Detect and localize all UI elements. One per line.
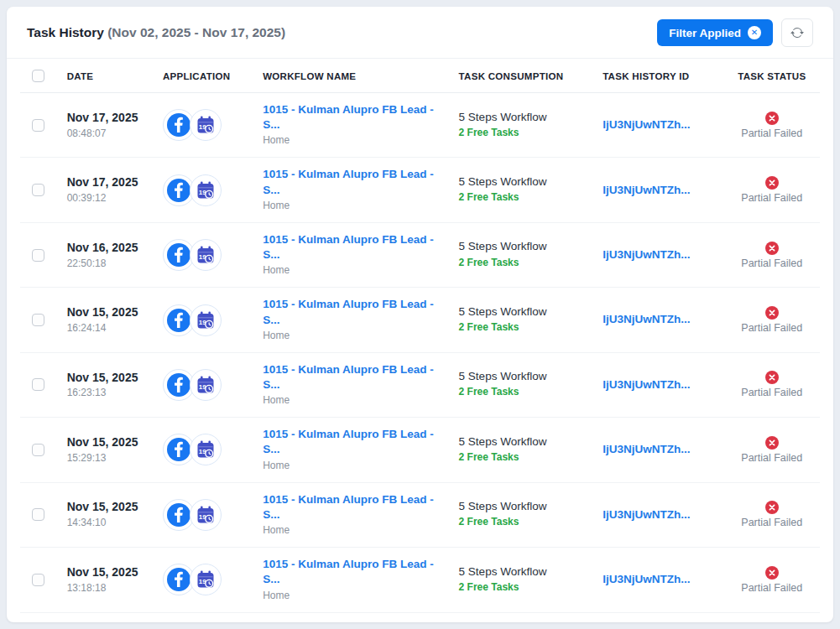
workflow-name-link[interactable]: 1015 - Kulman Alupro FB Lead - S... bbox=[263, 167, 445, 197]
calendar-icon: 19 bbox=[190, 304, 222, 336]
application-icons: 19 bbox=[163, 564, 249, 595]
task-consumption: 5 Steps Workflow bbox=[459, 239, 590, 254]
task-consumption: 5 Steps Workflow bbox=[459, 110, 590, 125]
filter-applied-button[interactable]: Filter Applied ✕ bbox=[657, 19, 773, 46]
row-checkbox[interactable] bbox=[32, 249, 44, 262]
row-checkbox[interactable] bbox=[32, 314, 44, 326]
calendar-icon: 19 bbox=[190, 564, 222, 595]
date-range-label: (Nov 02, 2025 - Nov 17, 2025) bbox=[107, 25, 285, 39]
task-history-id-link[interactable]: IjU3NjUwNTZh... bbox=[603, 312, 717, 327]
calendar-icon: 19 bbox=[190, 499, 222, 531]
free-tasks-label: 2 Free Tasks bbox=[459, 320, 590, 335]
application-icons: 19 bbox=[163, 174, 249, 206]
task-consumption: 5 Steps Workflow bbox=[459, 564, 590, 580]
task-status: Partial Failed bbox=[731, 112, 813, 139]
failed-status-icon bbox=[765, 176, 779, 190]
row-checkbox[interactable] bbox=[32, 184, 44, 196]
column-header-application: APPLICATION bbox=[156, 59, 256, 93]
table-row: Nov 15, 2025 15:29:13 bbox=[20, 418, 820, 482]
table-body: Nov 17, 2025 08:48:07 bbox=[20, 93, 820, 623]
row-checkbox[interactable] bbox=[32, 508, 44, 521]
task-consumption: 5 Steps Workflow bbox=[459, 434, 590, 450]
workflow-name-link[interactable]: 1015 - Kulman Alupro FB Lead - S... bbox=[263, 102, 445, 133]
page-title-text: Task History bbox=[27, 25, 104, 39]
row-checkbox[interactable] bbox=[32, 378, 44, 391]
status-label: Partial Failed bbox=[741, 517, 802, 528]
status-label: Partial Failed bbox=[741, 322, 802, 334]
table-row: Nov 15, 2025 12:36:34 bbox=[20, 612, 820, 622]
workflow-folder: Home bbox=[263, 588, 445, 603]
row-time: 16:24:14 bbox=[67, 320, 149, 335]
failed-status-icon bbox=[765, 566, 779, 580]
workflow-name-link[interactable]: 1015 - Kulman Alupro FB Lead - S... bbox=[263, 622, 445, 623]
task-status: Partial Failed bbox=[731, 176, 813, 204]
select-all-checkbox[interactable] bbox=[32, 70, 44, 82]
row-checkbox[interactable] bbox=[32, 119, 44, 132]
column-header-task-status: TASK STATUS bbox=[724, 59, 820, 93]
failed-status-icon bbox=[765, 501, 779, 514]
application-icons: 19 bbox=[163, 304, 249, 336]
workflow-folder: Home bbox=[263, 263, 445, 278]
calendar-icon: 19 bbox=[190, 434, 222, 465]
calendar-icon: 19 bbox=[190, 109, 222, 141]
calendar-icon: 19 bbox=[190, 174, 222, 206]
header-actions: Filter Applied ✕ bbox=[657, 18, 813, 47]
workflow-folder: Home bbox=[263, 392, 445, 408]
clear-filter-icon[interactable]: ✕ bbox=[748, 26, 761, 39]
row-date: Nov 15, 2025 bbox=[67, 499, 149, 515]
row-date: Nov 16, 2025 bbox=[67, 240, 149, 256]
column-header-workflow-name: WORKFLOW NAME bbox=[256, 59, 451, 93]
row-time: 13:18:18 bbox=[67, 580, 149, 595]
task-consumption: 5 Steps Workflow bbox=[459, 499, 590, 514]
workflow-folder: Home bbox=[263, 198, 445, 213]
refresh-button[interactable] bbox=[781, 18, 813, 47]
row-time: 00:39:12 bbox=[67, 190, 149, 205]
task-history-id-link[interactable]: IjU3NjUwNTZh... bbox=[603, 572, 717, 587]
row-time: 14:34:10 bbox=[67, 515, 149, 530]
task-history-id-link[interactable]: IjU3NjUwNTZh... bbox=[603, 442, 717, 457]
failed-status-icon bbox=[765, 242, 779, 255]
task-history-id-link[interactable]: IjU3NjUwNTZh... bbox=[603, 377, 717, 392]
workflow-name-link[interactable]: 1015 - Kulman Alupro FB Lead - S... bbox=[263, 557, 445, 587]
row-time: 22:50:18 bbox=[67, 256, 149, 271]
workflow-name-link[interactable]: 1015 - Kulman Alupro FB Lead - S... bbox=[263, 362, 445, 392]
application-icons: 19 bbox=[163, 434, 249, 465]
column-header-date: DATE bbox=[60, 59, 156, 93]
workflow-name-link[interactable]: 1015 - Kulman Alupro FB Lead - S... bbox=[263, 297, 445, 327]
task-status: Partial Failed bbox=[731, 306, 813, 334]
task-history-card: Task History (Nov 02, 2025 - Nov 17, 202… bbox=[7, 7, 833, 622]
workflow-name-link[interactable]: 1015 - Kulman Alupro FB Lead - S... bbox=[263, 492, 445, 522]
row-checkbox[interactable] bbox=[32, 574, 44, 586]
task-history-id-link[interactable]: IjU3NjUwNTZh... bbox=[603, 117, 717, 133]
table-row: Nov 16, 2025 22:50:18 bbox=[20, 222, 820, 287]
free-tasks-label: 2 Free Tasks bbox=[459, 384, 590, 400]
task-history-id-link[interactable]: IjU3NjUwNTZh... bbox=[603, 183, 717, 198]
task-history-id-link[interactable]: IjU3NjUwNTZh... bbox=[603, 247, 717, 263]
table-row: Nov 15, 2025 13:18:18 bbox=[20, 548, 820, 612]
task-history-table: DATE APPLICATION WORKFLOW NAME TASK CONS… bbox=[20, 59, 820, 622]
card-header: Task History (Nov 02, 2025 - Nov 17, 202… bbox=[7, 7, 833, 59]
table-row: Nov 15, 2025 16:24:14 bbox=[20, 288, 820, 352]
table-row: Nov 17, 2025 08:48:07 bbox=[20, 93, 820, 158]
free-tasks-label: 2 Free Tasks bbox=[459, 514, 590, 530]
table-header-row: DATE APPLICATION WORKFLOW NAME TASK CONS… bbox=[20, 59, 820, 93]
row-time: 16:23:13 bbox=[67, 385, 149, 400]
workflow-name-link[interactable]: 1015 - Kulman Alupro FB Lead - S... bbox=[263, 232, 445, 263]
workflow-name-link[interactable]: 1015 - Kulman Alupro FB Lead - S... bbox=[263, 427, 445, 457]
row-date: Nov 15, 2025 bbox=[67, 370, 149, 386]
row-checkbox[interactable] bbox=[32, 444, 44, 456]
task-history-id-link[interactable]: IjU3NjUwNTZh... bbox=[603, 507, 717, 522]
refresh-icon bbox=[790, 26, 804, 39]
free-tasks-label: 2 Free Tasks bbox=[459, 255, 590, 271]
status-label: Partial Failed bbox=[741, 452, 802, 464]
application-icons: 19 bbox=[163, 369, 249, 401]
page-title: Task History (Nov 02, 2025 - Nov 17, 202… bbox=[27, 25, 285, 40]
free-tasks-label: 2 Free Tasks bbox=[459, 190, 590, 205]
task-status: Partial Failed bbox=[731, 371, 813, 398]
task-consumption: 5 Steps Workflow bbox=[459, 369, 590, 384]
row-date: Nov 17, 2025 bbox=[67, 110, 149, 126]
task-consumption: 5 Steps Workflow bbox=[459, 174, 590, 190]
failed-status-icon bbox=[765, 112, 779, 125]
row-time: 08:48:07 bbox=[67, 126, 149, 141]
failed-status-icon bbox=[765, 306, 779, 320]
